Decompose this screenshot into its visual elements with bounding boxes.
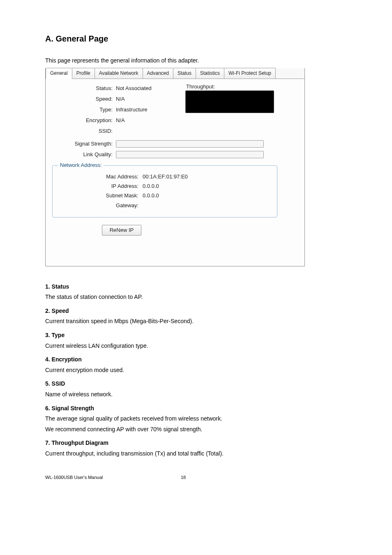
def-6-body-2: We recommend connecting AP with over 70%… xyxy=(45,426,347,434)
ip-address-label: IP Address: xyxy=(58,183,143,190)
subnet-mask-value: 0.0.0.0 xyxy=(143,192,159,199)
subnet-mask-label: Subnet Mask: xyxy=(58,192,143,199)
status-label: Status: xyxy=(52,85,116,92)
def-2-title: 2. Speed xyxy=(45,307,347,315)
tab-advanced[interactable]: Advanced xyxy=(143,68,173,79)
def-3-body: Current wireless LAN configuration type. xyxy=(45,342,347,350)
network-address-group: Network Address: Mac Address: 00:1A:EF:0… xyxy=(52,162,277,217)
renew-ip-button[interactable]: ReNew IP xyxy=(102,225,142,236)
footer-manual-title: WL-1600USB User's Manual xyxy=(45,474,181,481)
section-heading: A. General Page xyxy=(45,33,347,44)
encryption-label: Encryption: xyxy=(52,117,116,124)
link-quality-bar xyxy=(116,151,264,158)
network-address-legend: Network Address: xyxy=(58,162,104,169)
link-quality-label: Link Quality: xyxy=(52,151,116,158)
def-6-title: 6. Signal Strength xyxy=(45,405,347,413)
def-7-body: Current throughput, including transmissi… xyxy=(45,450,347,458)
def-3-title: 3. Type xyxy=(45,331,347,340)
signal-strength-label: Signal Strength: xyxy=(52,140,116,148)
def-2-body: Current transition speed in Mbps (Mega-B… xyxy=(45,317,347,326)
ip-address-value: 0.0.0.0 xyxy=(143,183,159,190)
tab-status[interactable]: Status xyxy=(173,68,196,79)
mac-address-label: Mac Address: xyxy=(58,173,143,180)
footer-page-number: 18 xyxy=(181,474,186,481)
def-4-body: Current encryption mode used. xyxy=(45,366,347,375)
type-label: Type: xyxy=(52,106,116,113)
speed-value: N/A xyxy=(116,95,125,103)
def-5-title: 5. SSID xyxy=(45,380,347,388)
def-7-title: 7. Throughput Diagram xyxy=(45,439,347,447)
signal-strength-bar xyxy=(116,140,264,148)
def-1-body: The status of station connection to AP. xyxy=(45,293,347,301)
tabstrip: General Profile Available Network Advanc… xyxy=(46,68,304,79)
type-value: Infrastructure xyxy=(116,106,148,113)
def-1-title: 1. Status xyxy=(45,283,347,291)
tab-statistics[interactable]: Statistics xyxy=(196,68,224,79)
general-tab-screenshot: General Profile Available Network Advanc… xyxy=(45,68,305,266)
throughput-diagram xyxy=(185,90,274,113)
def-6-body-1: The average signal quality of packets re… xyxy=(45,415,347,423)
speed-label: Speed: xyxy=(52,95,116,103)
general-panel: Throughput: Status: Not Associated Speed… xyxy=(46,79,304,266)
def-4-title: 4. Encryption xyxy=(45,356,347,364)
intro-text: This page represents the general informa… xyxy=(45,57,347,65)
tab-profile[interactable]: Profile xyxy=(72,68,95,79)
encryption-value: N/A xyxy=(116,117,125,124)
ssid-label: SSID: xyxy=(52,127,116,135)
throughput-label: Throughput: xyxy=(186,83,215,90)
tab-available-network[interactable]: Available Network xyxy=(95,68,143,79)
tab-wps[interactable]: Wi-Fi Protect Setup xyxy=(224,68,276,79)
def-5-body: Name of wireless network. xyxy=(45,391,347,399)
status-value: Not Associated xyxy=(116,85,152,92)
page-footer: WL-1600USB User's Manual 18 xyxy=(45,474,347,481)
gateway-label: Gateway: xyxy=(58,202,143,209)
tab-general[interactable]: General xyxy=(46,68,72,79)
mac-address-value: 00:1A:EF:01:97:E0 xyxy=(143,173,188,180)
